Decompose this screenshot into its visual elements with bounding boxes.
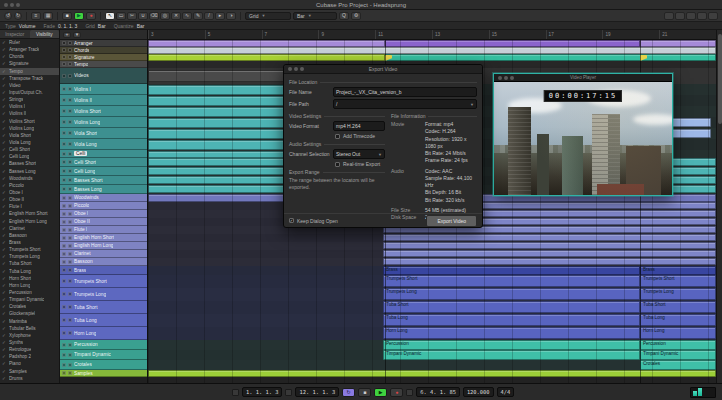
visibility-row[interactable]: ✓ Input/Output Ch. <box>0 89 59 96</box>
mute-button[interactable] <box>62 212 66 216</box>
track-header[interactable]: Oboe I <box>60 210 147 218</box>
visibility-row[interactable]: ✓ Retrologue <box>0 346 59 353</box>
visibility-check-icon[interactable]: ✓ <box>2 111 7 116</box>
grid-type-dropdown[interactable]: Grid▼ <box>245 12 291 20</box>
visibility-row[interactable]: ✓ Flute I <box>0 203 59 210</box>
visibility-row[interactable]: ✓ Oboe II <box>0 196 59 203</box>
visibility-row[interactable]: ✓ Samples <box>0 367 59 374</box>
channel-selection-dropdown[interactable]: Stereo Out▼ <box>333 149 385 159</box>
visibility-check-icon[interactable]: ✓ <box>2 190 7 195</box>
visibility-row[interactable]: ✓ Marimba <box>0 317 59 324</box>
visibility-row[interactable]: ✓ Violins Short <box>0 118 59 125</box>
solo-button[interactable] <box>68 160 72 164</box>
video-player-titlebar[interactable]: Video Player <box>494 74 672 82</box>
visibility-row[interactable]: ✓ Strings <box>0 96 59 103</box>
solo-button[interactable] <box>68 120 72 124</box>
visibility-check-icon[interactable]: ✓ <box>2 76 7 81</box>
track-header[interactable]: Videos <box>60 68 147 84</box>
solo-button[interactable] <box>68 98 72 102</box>
track-header[interactable]: Samples <box>60 370 147 377</box>
keep-dialog-open-checkbox[interactable]: ✓ Keep Dialog Open <box>289 218 338 224</box>
track-header[interactable]: Violins Short <box>60 106 147 117</box>
visibility-row[interactable]: ✓ Tempo <box>0 68 59 75</box>
redo-button[interactable]: ↻ <box>14 12 22 20</box>
visibility-row[interactable]: ✓ Bassoon <box>0 232 59 239</box>
visibility-row[interactable]: ✓ Transpose Track <box>0 75 59 82</box>
chevron-down-icon[interactable]: ▼ <box>378 152 382 157</box>
mute-button[interactable] <box>62 244 66 248</box>
event-clip[interactable]: Trumpets Long <box>383 288 640 300</box>
solo-button[interactable] <box>68 62 72 66</box>
visibility-row[interactable]: ✓ Drums <box>0 375 59 382</box>
visibility-check-icon[interactable]: ✓ <box>2 211 7 216</box>
track-header[interactable]: Basses Short <box>60 176 147 185</box>
snap-button[interactable]: Q <box>339 12 349 20</box>
visibility-check-icon[interactable]: ✓ <box>2 240 7 245</box>
checkbox-checked-icon[interactable]: ✓ <box>289 218 294 223</box>
tab-inspector[interactable]: Inspector <box>0 30 30 38</box>
visibility-row[interactable]: ✓ Clarinet <box>0 225 59 232</box>
file-path-input[interactable]: /▼ <box>333 99 477 109</box>
visibility-check-icon[interactable]: ✓ <box>2 354 7 359</box>
visibility-row[interactable]: ✓ Horn Short <box>0 275 59 282</box>
mute-button[interactable] <box>62 187 66 191</box>
track-header[interactable]: Percussion <box>60 340 147 350</box>
solo-button[interactable] <box>68 279 72 283</box>
event-clip[interactable]: Brass <box>640 266 716 275</box>
solo-button[interactable] <box>68 152 72 156</box>
solo-button[interactable] <box>68 87 72 91</box>
visibility-check-icon[interactable]: ✓ <box>2 97 7 102</box>
time-signature-display[interactable]: 4/4 <box>497 387 515 397</box>
event-clip[interactable]: Crotales <box>640 360 716 370</box>
mute-button[interactable] <box>62 363 66 367</box>
solo-button[interactable] <box>68 371 72 375</box>
snap-settings-button[interactable]: ⚙ <box>351 12 361 20</box>
event-clip[interactable]: Percussion <box>383 340 640 350</box>
undo-button[interactable]: ↺ <box>4 12 12 20</box>
visibility-check-icon[interactable]: ✓ <box>2 154 7 159</box>
event-clip[interactable] <box>148 40 385 47</box>
tempo-display[interactable]: 120.000 <box>463 387 494 397</box>
solo-button[interactable] <box>68 305 72 309</box>
mute-button[interactable] <box>62 87 66 91</box>
tool-button[interactable]: ∿ <box>182 12 192 20</box>
track-header[interactable]: Chords <box>60 47 147 54</box>
track-header[interactable]: Timpani Dynamic <box>60 350 147 360</box>
solo-button[interactable] <box>68 109 72 113</box>
event-clip[interactable]: Brass <box>383 266 640 275</box>
visibility-row[interactable]: ✓ Violins I <box>0 103 59 110</box>
event-clip[interactable]: Horn Long <box>640 327 716 339</box>
mute-button[interactable] <box>62 331 66 335</box>
visibility-check-icon[interactable]: ✓ <box>2 197 7 202</box>
visibility-check-icon[interactable]: ✓ <box>2 369 7 374</box>
visibility-row[interactable]: ✓ Tuba Short <box>0 260 59 267</box>
tool-button[interactable]: ◑ <box>226 12 236 20</box>
mute-button[interactable] <box>62 120 66 124</box>
visibility-check-icon[interactable]: ✓ <box>2 61 7 66</box>
tab-visibility[interactable]: Visibility <box>30 30 60 38</box>
track-header[interactable]: Celli <box>60 150 147 158</box>
event-clip[interactable]: Tuba Long <box>383 314 640 326</box>
track-header[interactable]: Crotales <box>60 360 147 370</box>
mute-button[interactable] <box>62 353 66 357</box>
visibility-check-icon[interactable]: ✓ <box>2 54 7 59</box>
visibility-row[interactable]: ✓ Viola Short <box>0 132 59 139</box>
mute-button[interactable] <box>62 74 66 78</box>
track-header[interactable]: Celli Long <box>60 167 147 176</box>
track-header[interactable]: Woodwinds <box>60 194 147 202</box>
visibility-check-icon[interactable]: ✓ <box>2 297 7 302</box>
solo-button[interactable] <box>68 220 72 224</box>
visibility-row[interactable]: ✓ Timpani Dynamic <box>0 296 59 303</box>
visibility-row[interactable]: ✓ Signature <box>0 60 59 67</box>
video-format-field[interactable]: mp4 H.264 <box>333 121 385 131</box>
solo-button[interactable] <box>68 196 72 200</box>
solo-button[interactable] <box>68 268 72 272</box>
event-clip[interactable]: Trumpets Short <box>640 275 716 287</box>
vertical-scrollbar[interactable] <box>716 30 722 383</box>
visibility-check-icon[interactable]: ✓ <box>2 169 7 174</box>
mute-button[interactable] <box>62 236 66 240</box>
visibility-check-icon[interactable]: ✓ <box>2 304 7 309</box>
stop-button[interactable]: ■ <box>62 12 72 20</box>
visibility-check-icon[interactable]: ✓ <box>2 361 7 366</box>
visibility-row[interactable]: ✓ English Horn Short <box>0 210 59 217</box>
